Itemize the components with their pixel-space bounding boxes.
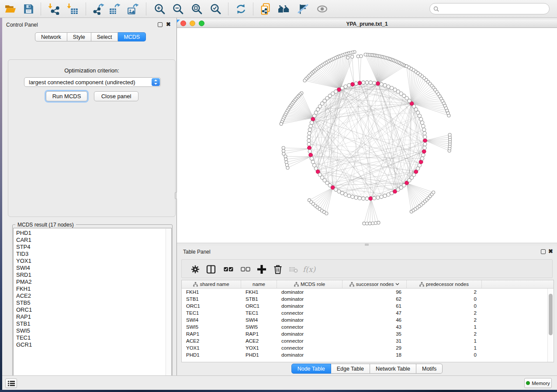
table-cell[interactable]: 1 xyxy=(407,323,482,330)
mcds-result-item[interactable]: PMA2 xyxy=(16,279,171,285)
search-box[interactable] xyxy=(429,3,550,14)
table-cell[interactable]: ORC1 xyxy=(241,303,277,309)
mcds-result-item[interactable]: PHD1 xyxy=(16,230,171,237)
memory-button[interactable]: Memory xyxy=(524,378,552,388)
table-cell[interactable]: 1 xyxy=(407,337,482,344)
table-cell[interactable]: 2 xyxy=(407,289,482,296)
tab-motifs[interactable]: Motifs xyxy=(416,364,443,374)
table-row[interactable]: SWI4SWI4dominator462 xyxy=(182,316,554,323)
table-cell[interactable]: TEC1 xyxy=(241,309,277,316)
mcds-result-item[interactable]: ORC1 xyxy=(16,306,171,313)
column-header-MCDS-role[interactable]: MCDS role xyxy=(277,280,343,288)
table-cell[interactable]: dominator xyxy=(277,330,343,337)
criterion-dropdown[interactable]: largest connected component (undirected) xyxy=(24,77,161,87)
mcds-result-item[interactable]: FKH1 xyxy=(16,285,171,292)
table-row[interactable]: FKH1FKH1dominator962 xyxy=(182,289,554,296)
table-scrollbar-thumb[interactable] xyxy=(549,294,553,335)
mcds-result-item[interactable]: TEC1 xyxy=(16,334,171,341)
mcds-result-item[interactable]: SWI5 xyxy=(16,327,171,334)
table-cell[interactable]: 35 xyxy=(343,330,407,337)
first-neighbors-icon[interactable] xyxy=(278,3,290,15)
table-row[interactable]: ORC1ORC1dominator610 xyxy=(182,303,554,309)
mcds-result-item[interactable]: CAR1 xyxy=(16,237,171,244)
table-cell[interactable]: dominator xyxy=(277,296,343,303)
table-row[interactable]: RAP1RAP1dominator352 xyxy=(182,330,554,337)
zoom-out-icon[interactable] xyxy=(172,3,184,15)
table-cell[interactable]: 29 xyxy=(343,344,407,351)
horizontal-splitter[interactable] xyxy=(177,243,557,246)
open-session-icon[interactable] xyxy=(4,3,16,15)
table-cell[interactable]: 2 xyxy=(407,316,482,323)
table-cell[interactable]: FKH1 xyxy=(241,289,277,296)
table-cell[interactable]: SWI4 xyxy=(182,316,241,323)
table-cell[interactable]: 47 xyxy=(343,309,407,316)
tab-select[interactable]: Select xyxy=(91,32,118,41)
refresh-layout-icon[interactable] xyxy=(235,3,247,15)
close-panel-button[interactable]: Close panel xyxy=(94,91,138,101)
table-cell[interactable]: 61 xyxy=(343,303,407,309)
mcds-result-item[interactable]: SWI4 xyxy=(16,265,171,272)
delete-column-icon[interactable] xyxy=(273,265,283,274)
table-cell[interactable]: dominator xyxy=(277,351,343,358)
import-table-icon[interactable] xyxy=(67,3,79,15)
mcds-result-list[interactable]: PHD1CAR1STP4TID3YOX1SWI4SRD1PMA2FKH1ACE2… xyxy=(13,228,172,383)
table-cell[interactable]: 2 xyxy=(407,309,482,316)
column-header-successor-nodes[interactable]: successor nodes xyxy=(343,280,407,288)
table-scrollbar[interactable] xyxy=(547,289,553,362)
table-cell[interactable]: TEC1 xyxy=(182,309,241,316)
table-cell[interactable]: 62 xyxy=(343,296,407,303)
table-cell[interactable]: 18 xyxy=(343,351,407,358)
mcds-result-item[interactable]: STP4 xyxy=(16,244,171,251)
function-builder-icon[interactable]: f(x) xyxy=(302,265,317,274)
export-table-icon[interactable] xyxy=(109,3,121,15)
table-cell[interactable]: connector xyxy=(277,309,343,316)
panel-list-button[interactable] xyxy=(5,378,17,388)
select-all-checks-icon[interactable] xyxy=(224,265,233,274)
tab-network[interactable]: Network xyxy=(35,32,67,41)
close-panel-icon[interactable]: ✖ xyxy=(166,22,171,27)
mcds-result-item[interactable]: ACE2 xyxy=(16,292,171,299)
table-cell[interactable]: ACE2 xyxy=(241,337,277,344)
table-cell[interactable]: YOX1 xyxy=(182,344,241,351)
table-cell[interactable]: RAP1 xyxy=(241,330,277,337)
save-session-icon[interactable] xyxy=(23,3,35,15)
tab-style[interactable]: Style xyxy=(67,32,91,41)
table-cell[interactable]: STB1 xyxy=(241,296,277,303)
mcds-result-item[interactable]: RAP1 xyxy=(16,313,171,320)
column-header-name[interactable]: name xyxy=(241,280,277,288)
node-table[interactable]: shared namenameMCDS rolesuccessor nodesp… xyxy=(181,280,554,362)
tab-edge-table[interactable]: Edge Table xyxy=(331,364,370,374)
network-graph[interactable] xyxy=(177,28,557,243)
zoom-in-icon[interactable] xyxy=(154,3,166,15)
run-mcds-button[interactable]: Run MCDS xyxy=(46,91,87,101)
delete-table-icon[interactable] xyxy=(289,265,298,274)
table-cell[interactable]: dominator xyxy=(277,316,343,323)
table-cell[interactable]: 46 xyxy=(343,316,407,323)
column-header-shared-name[interactable]: shared name xyxy=(182,280,241,288)
settings-gear-icon[interactable] xyxy=(190,265,200,274)
clone-network-icon[interactable] xyxy=(259,3,271,15)
network-canvas[interactable] xyxy=(177,28,557,243)
tab-node-table[interactable]: Node Table xyxy=(291,364,331,374)
table-row[interactable]: TEC1TEC1connector472 xyxy=(182,309,554,316)
table-cell[interactable]: connector xyxy=(277,323,343,330)
mcds-result-item[interactable]: STB5 xyxy=(16,299,171,306)
mcds-result-item[interactable]: TID3 xyxy=(16,251,171,258)
table-cell[interactable]: 31 xyxy=(343,337,407,344)
mcds-result-item[interactable]: GCR1 xyxy=(16,341,171,348)
show-columns-icon[interactable] xyxy=(206,265,216,274)
tab-mcds[interactable]: MCDS xyxy=(118,32,146,41)
table-cell[interactable]: connector xyxy=(277,344,343,351)
table-cell[interactable]: STB1 xyxy=(182,296,241,303)
float-table-panel-icon[interactable] xyxy=(541,249,546,254)
table-cell[interactable]: ORC1 xyxy=(182,303,241,309)
tab-network-table[interactable]: Network Table xyxy=(370,364,416,374)
table-row[interactable]: YOX1YOX1connector291 xyxy=(182,344,554,351)
hide-selected-icon[interactable] xyxy=(297,3,309,15)
close-table-panel-icon[interactable]: ✖ xyxy=(548,249,553,254)
add-column-icon[interactable] xyxy=(257,265,266,274)
mcds-list-scrollbar[interactable] xyxy=(166,229,171,383)
zoom-selected-icon[interactable] xyxy=(210,3,221,15)
export-image-icon[interactable] xyxy=(127,3,139,15)
table-cell[interactable]: dominator xyxy=(277,289,343,296)
